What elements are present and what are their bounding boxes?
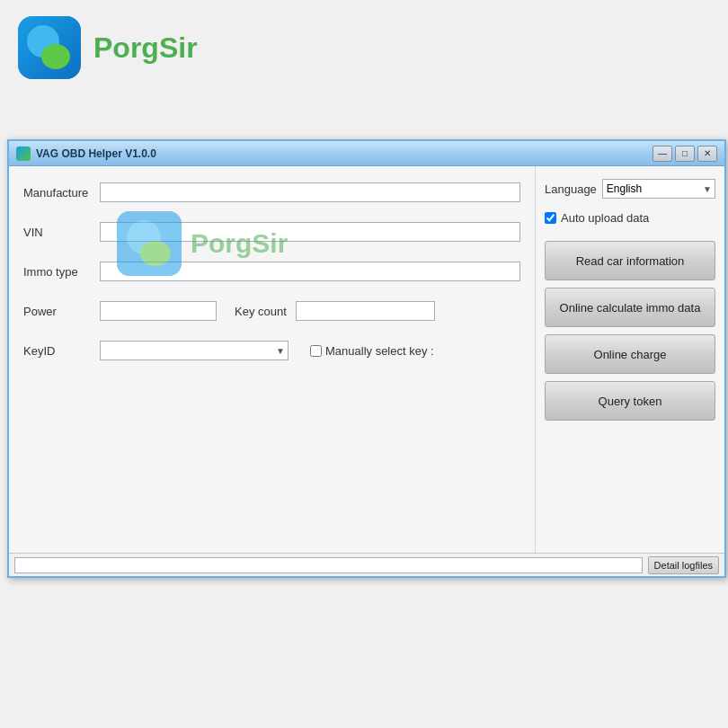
- title-bar-buttons: — □ ✕: [653, 146, 717, 162]
- svg-point-2: [41, 44, 70, 69]
- language-label: Language: [545, 182, 597, 196]
- keyid-label: KeyID: [23, 344, 91, 358]
- keyid-select-wrapper: ▼: [100, 341, 289, 360]
- online-charge-button[interactable]: Online charge: [545, 334, 715, 374]
- manually-select-checkbox[interactable]: [310, 345, 322, 357]
- status-bar: Detail logfiles: [9, 553, 724, 576]
- calc-immo-button[interactable]: Online calculate immo data: [545, 288, 715, 327]
- window-content: Manufacture VIN Immo type Power Key coun…: [9, 166, 724, 553]
- logo-brand-text: PorgSir: [93, 31, 198, 65]
- manufacture-label: Manufacture: [23, 186, 91, 200]
- logo-icon: [18, 16, 81, 79]
- title-bar: VAG OBD Helper V1.0.0 — □ ✕: [9, 141, 724, 166]
- window-title: VAG OBD Helper V1.0.0: [36, 147, 156, 160]
- keyid-select[interactable]: [100, 341, 289, 360]
- manufacture-input[interactable]: [100, 182, 520, 202]
- app-window: VAG OBD Helper V1.0.0 — □ ✕ Manufacture …: [7, 139, 726, 578]
- logo-area: PorgSir: [0, 0, 728, 88]
- immo-type-row: Immo type: [23, 262, 520, 281]
- immo-type-label: Immo type: [23, 265, 91, 279]
- language-select[interactable]: English Chinese: [602, 179, 715, 199]
- language-select-wrapper: English Chinese ▼: [602, 179, 715, 199]
- immo-type-input[interactable]: [100, 262, 520, 281]
- manually-select-label: Manually select key :: [310, 344, 434, 358]
- read-car-button[interactable]: Read car information: [545, 241, 715, 280]
- vin-input[interactable]: [100, 222, 520, 242]
- key-count-input[interactable]: [296, 301, 435, 321]
- maximize-button[interactable]: □: [675, 146, 695, 162]
- status-input[interactable]: [14, 557, 643, 573]
- title-bar-left: VAG OBD Helper V1.0.0: [16, 146, 156, 161]
- power-label: Power: [23, 305, 91, 318]
- language-row: Language English Chinese ▼: [545, 179, 715, 199]
- close-button[interactable]: ✕: [697, 146, 717, 162]
- auto-upload-checkbox[interactable]: [545, 212, 556, 224]
- power-keycount-row: Power Key count: [23, 301, 520, 321]
- detail-logfiles-button[interactable]: Detail logfiles: [648, 556, 719, 574]
- left-panel: Manufacture VIN Immo type Power Key coun…: [9, 166, 536, 553]
- vin-label: VIN: [23, 226, 91, 239]
- auto-upload-row: Auto upload data: [545, 211, 715, 225]
- auto-upload-label: Auto upload data: [561, 211, 649, 225]
- keyid-row: KeyID ▼ Manually select key :: [23, 341, 520, 360]
- vin-row: VIN: [23, 222, 520, 242]
- power-input[interactable]: [100, 301, 217, 321]
- minimize-button[interactable]: —: [653, 146, 672, 162]
- key-count-label: Key count: [235, 305, 287, 318]
- title-bar-app-icon: [16, 146, 31, 161]
- query-token-button[interactable]: Query token: [545, 381, 715, 421]
- right-panel: Language English Chinese ▼ Auto upload d…: [536, 166, 724, 553]
- manufacture-row: Manufacture: [23, 182, 520, 202]
